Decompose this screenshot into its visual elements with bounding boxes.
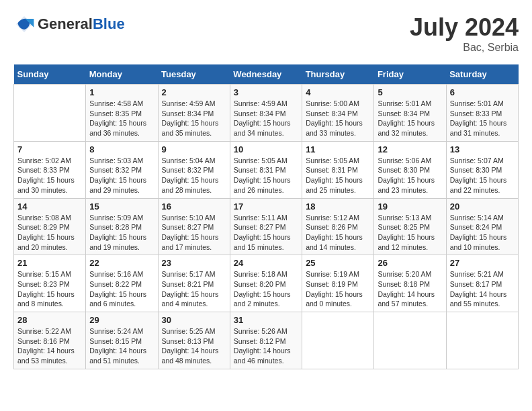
day-number: 23 [162,258,226,268]
logo: General Blue [13,13,125,35]
calendar-table: SundayMondayTuesdayWednesdayThursdayFrid… [13,64,519,369]
day-info: Sunrise: 5:22 AMSunset: 8:16 PMDaylight:… [17,326,82,366]
calendar-cell: 25Sunrise: 5:19 AMSunset: 8:19 PMDayligh… [302,255,374,312]
day-number: 19 [378,201,442,212]
day-info: Sunrise: 5:01 AMSunset: 8:34 PMDaylight:… [378,99,442,138]
calendar-cell: 9Sunrise: 5:04 AMSunset: 8:32 PMDaylight… [158,141,230,198]
day-info: Sunrise: 5:20 AMSunset: 8:18 PMDaylight:… [378,269,442,309]
calendar-cell: 21Sunrise: 5:15 AMSunset: 8:23 PMDayligh… [14,255,86,312]
day-info: Sunrise: 5:25 AMSunset: 8:13 PMDaylight:… [162,326,226,366]
day-number: 30 [162,315,226,325]
calendar-cell: 29Sunrise: 5:24 AMSunset: 8:15 PMDayligh… [86,312,158,369]
weekday-header-row: SundayMondayTuesdayWednesdayThursdayFrid… [14,64,519,85]
weekday-header-sunday: Sunday [14,64,86,85]
calendar-cell: 23Sunrise: 5:17 AMSunset: 8:21 PMDayligh… [158,255,230,312]
day-info: Sunrise: 4:58 AMSunset: 8:35 PMDaylight:… [89,99,154,138]
day-number: 18 [306,201,370,212]
calendar-week-row: 14Sunrise: 5:08 AMSunset: 8:29 PMDayligh… [14,198,519,255]
day-info: Sunrise: 5:13 AMSunset: 8:25 PMDaylight:… [378,213,442,253]
calendar-cell: 14Sunrise: 5:08 AMSunset: 8:29 PMDayligh… [14,198,86,255]
day-info: Sunrise: 5:11 AMSunset: 8:27 PMDaylight:… [234,213,298,253]
day-info: Sunrise: 5:03 AMSunset: 8:32 PMDaylight:… [89,156,154,195]
day-info: Sunrise: 5:19 AMSunset: 8:19 PMDaylight:… [306,269,370,309]
day-info: Sunrise: 5:26 AMSunset: 8:12 PMDaylight:… [234,326,298,366]
calendar-cell: 7Sunrise: 5:02 AMSunset: 8:33 PMDaylight… [14,141,86,198]
day-info: Sunrise: 4:59 AMSunset: 8:34 PMDaylight:… [234,99,298,138]
calendar-week-row: 28Sunrise: 5:22 AMSunset: 8:16 PMDayligh… [14,312,519,369]
day-number: 2 [162,87,226,97]
day-info: Sunrise: 5:21 AMSunset: 8:17 PMDaylight:… [450,269,515,309]
logo-icon [13,13,35,35]
weekday-header-wednesday: Wednesday [230,64,302,85]
calendar-cell [302,312,374,369]
day-info: Sunrise: 5:16 AMSunset: 8:22 PMDaylight:… [89,269,154,309]
day-number: 11 [306,144,370,154]
day-info: Sunrise: 5:17 AMSunset: 8:21 PMDaylight:… [162,269,226,309]
calendar-cell: 24Sunrise: 5:18 AMSunset: 8:20 PMDayligh… [230,255,302,312]
day-info: Sunrise: 5:02 AMSunset: 8:33 PMDaylight:… [17,156,82,195]
weekday-header-monday: Monday [86,64,158,85]
logo-general: General [38,16,93,32]
calendar-week-row: 1Sunrise: 4:58 AMSunset: 8:35 PMDaylight… [14,85,519,142]
calendar-cell: 19Sunrise: 5:13 AMSunset: 8:25 PMDayligh… [374,198,446,255]
calendar-cell: 2Sunrise: 4:59 AMSunset: 8:34 PMDaylight… [158,85,230,142]
title-block: July 2024 Bac, Serbia [410,13,519,54]
weekday-header-saturday: Saturday [446,64,518,85]
day-info: Sunrise: 5:09 AMSunset: 8:28 PMDaylight:… [89,213,154,253]
month-year: July 2024 [410,13,519,42]
day-info: Sunrise: 5:18 AMSunset: 8:20 PMDaylight:… [234,269,298,309]
day-info: Sunrise: 5:04 AMSunset: 8:32 PMDaylight:… [162,156,226,195]
day-number: 10 [234,144,298,154]
logo-text: General Blue [38,16,125,32]
day-number: 6 [450,87,515,97]
day-info: Sunrise: 5:05 AMSunset: 8:31 PMDaylight:… [306,156,370,195]
calendar-cell: 8Sunrise: 5:03 AMSunset: 8:32 PMDaylight… [86,141,158,198]
day-number: 8 [89,144,154,154]
day-info: Sunrise: 5:15 AMSunset: 8:23 PMDaylight:… [17,269,82,309]
weekday-header-thursday: Thursday [302,64,374,85]
calendar-cell: 1Sunrise: 4:58 AMSunset: 8:35 PMDaylight… [86,85,158,142]
calendar-cell: 30Sunrise: 5:25 AMSunset: 8:13 PMDayligh… [158,312,230,369]
calendar-cell: 17Sunrise: 5:11 AMSunset: 8:27 PMDayligh… [230,198,302,255]
day-number: 20 [450,201,515,212]
day-number: 14 [17,201,82,212]
day-info: Sunrise: 5:12 AMSunset: 8:26 PMDaylight:… [306,213,370,253]
calendar-cell [14,85,86,142]
calendar-cell: 5Sunrise: 5:01 AMSunset: 8:34 PMDaylight… [374,85,446,142]
day-number: 1 [89,87,154,97]
calendar-cell: 3Sunrise: 4:59 AMSunset: 8:34 PMDaylight… [230,85,302,142]
page-header: General Blue July 2024 Bac, Serbia [13,13,519,54]
day-number: 15 [89,201,154,212]
day-number: 24 [234,258,298,268]
day-number: 25 [306,258,370,268]
calendar-cell: 11Sunrise: 5:05 AMSunset: 8:31 PMDayligh… [302,141,374,198]
day-number: 13 [450,144,515,154]
day-info: Sunrise: 5:07 AMSunset: 8:30 PMDaylight:… [450,156,515,195]
calendar-cell: 13Sunrise: 5:07 AMSunset: 8:30 PMDayligh… [446,141,518,198]
calendar-cell: 22Sunrise: 5:16 AMSunset: 8:22 PMDayligh… [86,255,158,312]
day-number: 21 [17,258,82,268]
day-number: 7 [17,144,82,154]
calendar-cell: 26Sunrise: 5:20 AMSunset: 8:18 PMDayligh… [374,255,446,312]
day-number: 28 [17,315,82,325]
day-info: Sunrise: 5:06 AMSunset: 8:30 PMDaylight:… [378,156,442,195]
day-number: 3 [234,87,298,97]
calendar-cell: 12Sunrise: 5:06 AMSunset: 8:30 PMDayligh… [374,141,446,198]
day-info: Sunrise: 5:08 AMSunset: 8:29 PMDaylight:… [17,213,82,253]
day-info: Sunrise: 5:14 AMSunset: 8:24 PMDaylight:… [450,213,515,253]
weekday-header-friday: Friday [374,64,446,85]
location: Bac, Serbia [410,42,519,54]
day-number: 9 [162,144,226,154]
calendar-cell [446,312,518,369]
day-number: 26 [378,258,442,268]
weekday-header-tuesday: Tuesday [158,64,230,85]
day-info: Sunrise: 4:59 AMSunset: 8:34 PMDaylight:… [162,99,226,138]
day-number: 4 [306,87,370,97]
day-number: 12 [378,144,442,154]
logo-blue: Blue [93,16,125,32]
calendar-week-row: 21Sunrise: 5:15 AMSunset: 8:23 PMDayligh… [14,255,519,312]
day-info: Sunrise: 5:01 AMSunset: 8:33 PMDaylight:… [450,99,515,138]
day-info: Sunrise: 5:10 AMSunset: 8:27 PMDaylight:… [162,213,226,253]
calendar-cell: 28Sunrise: 5:22 AMSunset: 8:16 PMDayligh… [14,312,86,369]
day-info: Sunrise: 5:00 AMSunset: 8:34 PMDaylight:… [306,99,370,138]
